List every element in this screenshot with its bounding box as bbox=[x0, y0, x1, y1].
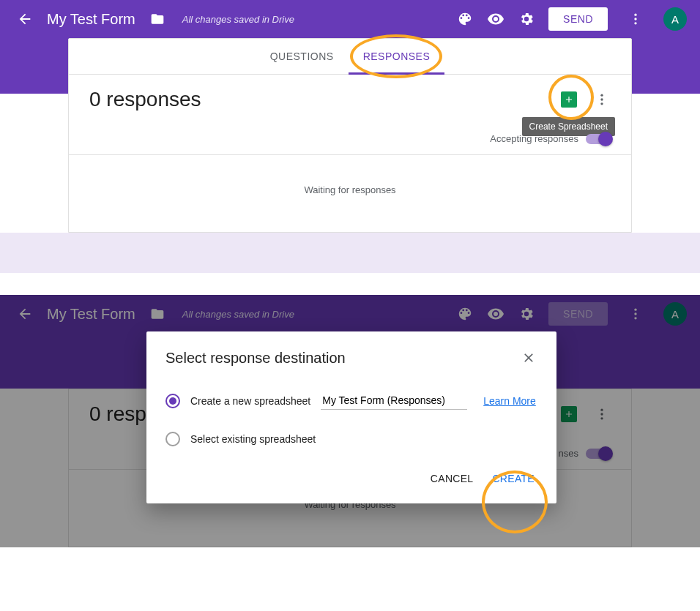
new-spreadsheet-name-input[interactable] bbox=[321, 391, 467, 410]
cancel-button[interactable]: CANCEL bbox=[428, 468, 477, 489]
settings-icon[interactable] bbox=[518, 10, 535, 28]
radio-existing[interactable] bbox=[165, 432, 180, 446]
responses-card: QUESTIONS RESPONSES 0 responses Create bbox=[68, 38, 632, 233]
tab-questions[interactable]: QUESTIONS bbox=[256, 39, 349, 74]
responses-more-icon[interactable] bbox=[593, 91, 611, 108]
create-spreadsheet-icon[interactable] bbox=[561, 91, 577, 108]
preview-icon[interactable] bbox=[487, 10, 504, 28]
learn-more-link[interactable]: Learn More bbox=[483, 395, 536, 407]
more-menu-icon[interactable] bbox=[627, 10, 644, 28]
svg-point-1 bbox=[634, 18, 636, 20]
option-new-label: Create a new spreadsheet bbox=[190, 395, 310, 407]
option-existing-spreadsheet[interactable]: Select existing spreadsheet bbox=[165, 432, 537, 446]
tabs-bar: QUESTIONS RESPONSES bbox=[69, 39, 631, 75]
option-existing-label: Select existing spreadsheet bbox=[190, 433, 316, 445]
dialog-title: Select response destination bbox=[165, 350, 346, 367]
app-header: My Test Form All changes saved in Drive … bbox=[0, 0, 700, 38]
close-icon[interactable] bbox=[520, 349, 537, 367]
panel-destination-dialog: My Test Form All changes saved in Drive … bbox=[0, 295, 700, 547]
svg-point-3 bbox=[600, 94, 603, 97]
destination-dialog: Select response destination Create a new… bbox=[146, 331, 556, 503]
waiting-text: Waiting for responses bbox=[69, 154, 631, 232]
svg-point-4 bbox=[600, 98, 603, 100]
option-new-spreadsheet[interactable]: Create a new spreadsheet Learn More bbox=[165, 391, 537, 410]
back-arrow-icon[interactable] bbox=[16, 10, 34, 28]
panel-responses-view: My Test Form All changes saved in Drive … bbox=[0, 0, 700, 273]
folder-icon[interactable] bbox=[149, 10, 166, 28]
svg-point-0 bbox=[634, 14, 636, 16]
responses-count: 0 responses bbox=[89, 88, 201, 111]
save-status-text: All changes saved in Drive bbox=[182, 14, 294, 25]
form-title[interactable]: My Test Form bbox=[47, 11, 135, 28]
avatar[interactable]: A bbox=[663, 7, 687, 31]
palette-icon[interactable] bbox=[456, 10, 474, 28]
accepting-responses-toggle[interactable] bbox=[586, 134, 611, 144]
tab-responses[interactable]: RESPONSES bbox=[349, 39, 445, 75]
svg-point-2 bbox=[634, 22, 636, 24]
send-button[interactable]: SEND bbox=[548, 7, 608, 31]
svg-point-5 bbox=[600, 102, 603, 105]
radio-new[interactable] bbox=[165, 394, 180, 408]
create-button[interactable]: CREATE bbox=[489, 468, 537, 489]
